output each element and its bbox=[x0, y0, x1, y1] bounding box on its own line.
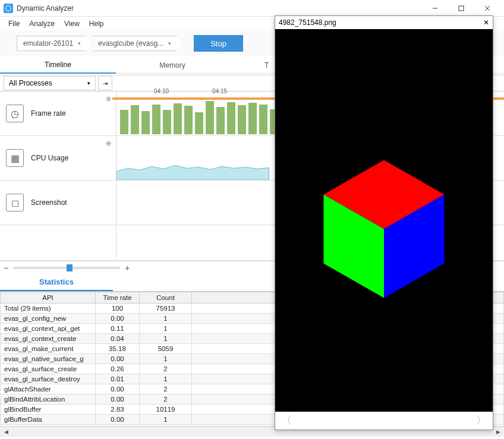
tab-memory[interactable]: Memory bbox=[116, 58, 229, 74]
bar bbox=[248, 103, 257, 134]
stop-button[interactable]: Stop bbox=[194, 35, 243, 52]
window-title: Dynamic Analyzer bbox=[17, 4, 422, 12]
app-icon bbox=[4, 4, 13, 13]
zoom-in-button[interactable]: + bbox=[125, 263, 130, 273]
bar bbox=[195, 112, 203, 134]
bar bbox=[227, 102, 235, 134]
col-api[interactable]: API bbox=[1, 292, 96, 304]
bar bbox=[216, 107, 225, 134]
magnify-icon[interactable]: ⊕ bbox=[106, 95, 111, 103]
menu-analyze[interactable]: Analyze bbox=[24, 18, 59, 29]
svg-rect-1 bbox=[459, 6, 464, 11]
preview-canvas bbox=[275, 29, 493, 412]
metric-cpu[interactable]: ▦ CPU Usage ⊕ bbox=[0, 136, 116, 181]
preview-prev-button[interactable]: 〈 bbox=[281, 413, 292, 428]
device-label: emulator-26101 bbox=[23, 39, 73, 48]
zoom-out-button[interactable]: − bbox=[4, 263, 8, 273]
ruler-toggle-button[interactable]: ⇥ bbox=[98, 76, 112, 90]
bar bbox=[259, 105, 267, 134]
titlebar: Dynamic Analyzer bbox=[0, 0, 504, 17]
app-label: evasglcube (evasg... bbox=[98, 39, 163, 48]
maximize-button[interactable] bbox=[448, 0, 474, 17]
magnify-icon[interactable]: ⊕ bbox=[106, 140, 111, 147]
menu-file[interactable]: File bbox=[4, 18, 24, 29]
bar bbox=[141, 111, 150, 134]
minimize-button[interactable] bbox=[422, 0, 448, 17]
cpu-icon: ▦ bbox=[6, 149, 24, 167]
screenshot-preview-window: 4982_751548.png ✕ 〈 〉 bbox=[275, 15, 493, 430]
metric-screenshot[interactable]: ◻ Screenshot bbox=[0, 181, 116, 225]
tab-timeline[interactable]: Timeline bbox=[0, 57, 116, 74]
preview-filename: 4982_751548.png bbox=[279, 18, 336, 27]
scroll-left-icon[interactable]: ◀ bbox=[1, 427, 11, 437]
bar bbox=[206, 101, 214, 134]
metric-label: CPU Usage bbox=[31, 154, 68, 162]
metric-label: Frame rate bbox=[31, 109, 66, 118]
bar bbox=[152, 105, 160, 134]
chevron-down-icon: ▾ bbox=[87, 80, 90, 86]
chevron-down-icon: ▾ bbox=[78, 40, 81, 46]
metric-frame-rate[interactable]: ◷ Frame rate ⊕ bbox=[0, 91, 116, 136]
zoom-thumb[interactable] bbox=[67, 264, 73, 271]
rendered-cube-image bbox=[298, 134, 470, 307]
bar bbox=[163, 110, 171, 134]
preview-next-button[interactable]: 〉 bbox=[476, 413, 487, 428]
menu-view[interactable]: View bbox=[59, 18, 84, 29]
preview-close-button[interactable]: ✕ bbox=[483, 18, 489, 27]
bar bbox=[131, 105, 139, 134]
zoom-slider[interactable] bbox=[13, 267, 120, 269]
camera-icon: ◻ bbox=[6, 194, 24, 211]
chevron-down-icon: ▾ bbox=[168, 40, 171, 46]
metric-empty bbox=[0, 225, 116, 261]
process-selector[interactable]: All Processes ▾ bbox=[4, 76, 96, 90]
col-count[interactable]: Count bbox=[140, 292, 192, 304]
scroll-right-icon[interactable]: ▶ bbox=[493, 427, 503, 437]
process-label: All Processes bbox=[9, 79, 52, 87]
menu-help[interactable]: Help bbox=[84, 18, 109, 29]
close-button[interactable] bbox=[474, 0, 500, 17]
tab-statistics[interactable]: Statistics bbox=[0, 274, 113, 291]
col-time[interactable]: Time rate bbox=[96, 292, 140, 304]
bar bbox=[120, 110, 128, 134]
device-selector[interactable]: emulator-26101 ▾ bbox=[17, 36, 92, 51]
bar bbox=[174, 103, 182, 134]
bar bbox=[238, 105, 246, 134]
app-selector[interactable]: evasglcube (evasg... ▾ bbox=[92, 36, 182, 51]
clock-icon: ◷ bbox=[6, 105, 24, 122]
metric-label: Screenshot bbox=[31, 198, 67, 207]
bar bbox=[184, 106, 193, 134]
